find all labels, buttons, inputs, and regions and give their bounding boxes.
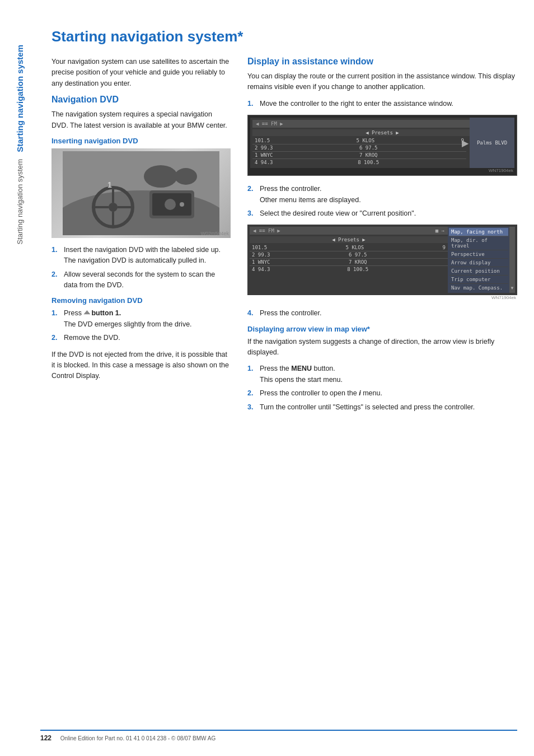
svg-point-14	[175, 168, 197, 185]
screen-mockup-1: ◀ ≡≡ FM ▶ ■ → ◀ Presets ▶ Palms BLVD	[247, 115, 517, 176]
list-item: 2. Press the controller.Other menu items…	[247, 184, 517, 206]
svg-point-3	[109, 203, 118, 212]
display-heading: Display in assistance window	[247, 57, 517, 67]
list-item: 1. Insert the navigation DVD with the la…	[51, 245, 231, 267]
list-item: 1. Move the controller to the right to e…	[247, 99, 517, 109]
arrow-steps-list: 1. Press the MENU button.This opens the …	[247, 363, 517, 413]
inserting-heading: Inserting navigation DVD	[51, 137, 231, 145]
list-item: 3. Turn the controller until "Settings" …	[247, 402, 517, 413]
list-item: 2. Press the controller to open the i me…	[247, 388, 517, 399]
svg-text:1: 1	[107, 180, 112, 189]
display-steps-list: 1. Move the controller to the right to e…	[247, 99, 517, 109]
footer-copyright: Online Edition for Part no. 01 41 0 014 …	[60, 735, 216, 741]
list-item: 3. Select the desired route view or "Cur…	[247, 208, 517, 219]
removing-note: If the DVD is not ejected from the drive…	[51, 349, 231, 382]
step4-list: 4. Press the controller.	[247, 308, 517, 319]
list-item: 2. Allow several seconds for the system …	[51, 269, 231, 291]
list-item: 1. Press button 1.The DVD emerges slight…	[51, 308, 231, 330]
image-credit: W02m504ek	[200, 231, 229, 236]
svg-point-13	[144, 165, 177, 188]
list-item: 4. Press the controller.	[247, 308, 517, 319]
arrow-view-body: If the navigation system suggests a chan…	[247, 337, 517, 358]
inserting-steps-list: 1. Insert the navigation DVD with the la…	[51, 245, 231, 291]
display-body: You can display the route or the current…	[247, 71, 517, 93]
nav-dvd-heading: Navigation DVD	[51, 95, 231, 105]
main-content: Starting navigation system* Your navigat…	[40, 0, 534, 756]
svg-point-11	[165, 199, 176, 210]
screen-mockup-2: ◀ ≡≡ FM ▶ ■ → ◀ Presets ▶ 101.5 5 KLOS 9	[247, 225, 517, 300]
removing-steps-list: 1. Press button 1.The DVD emerges slight…	[51, 308, 231, 343]
sidebar-title-gray: Starting navigation system	[16, 159, 25, 244]
list-item: 1. Press the MENU button.This opens the …	[247, 363, 517, 385]
removing-heading: Removing navigation DVD	[51, 296, 231, 305]
left-column: Your navigation system can use satellite…	[51, 57, 231, 418]
right-column: Display in assistance window You can dis…	[247, 57, 517, 418]
sidebar-title-bold: Starting navigation system	[15, 45, 25, 152]
arrow-view-heading: Displaying arrow view in map view*	[247, 325, 517, 333]
nav-dvd-body: The navigation system requires a special…	[51, 109, 231, 131]
svg-point-12	[180, 202, 184, 207]
two-col-layout: Your navigation system can use satellite…	[51, 57, 517, 418]
intro-text: Your navigation system can use satellite…	[51, 57, 231, 89]
display-steps-2-3-list: 2. Press the controller.Other menu items…	[247, 184, 517, 219]
list-item: 2. Remove the DVD.	[51, 333, 231, 343]
car-image: 1 W02m504ek	[51, 148, 231, 238]
page-title: Starting navigation system*	[51, 28, 517, 45]
sidebar: Starting navigation system Starting navi…	[0, 0, 40, 756]
eject-icon	[83, 310, 90, 317]
page-footer: 122 Online Edition for Part no. 01 41 0 …	[40, 730, 517, 742]
page-number: 122	[40, 734, 51, 742]
